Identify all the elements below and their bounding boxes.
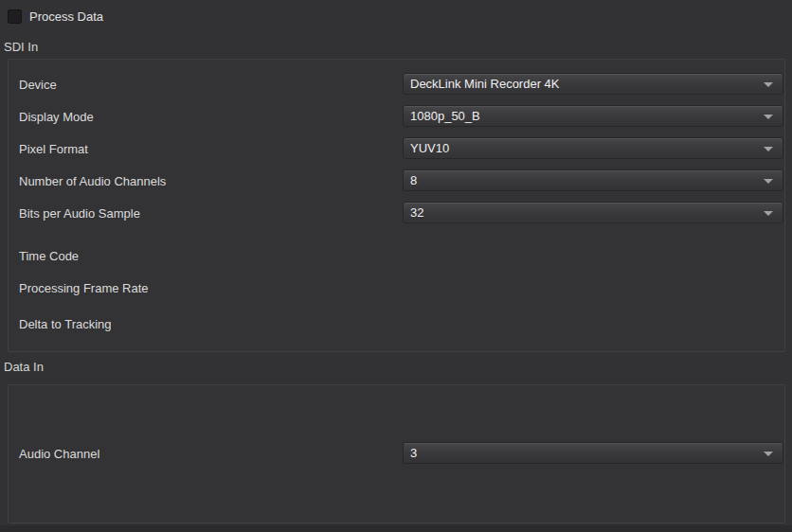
chevron-down-icon [764,82,773,87]
process-data-checkbox[interactable] [8,9,22,24]
data-in-groupbox: Audio Channel 3 [8,384,785,523]
process-data-row: Process Data [8,9,103,24]
pixel-format-dropdown[interactable]: YUV10 [403,137,783,159]
bits-per-audio-sample-label: Bits per Audio Sample [19,206,140,221]
bits-per-audio-sample-dropdown-value: 32 [410,203,423,222]
data-in-section-title: Data In [4,360,44,374]
display-mode-dropdown[interactable]: 1080p_50_B [403,105,783,127]
process-data-label: Process Data [29,9,103,24]
num-audio-channels-label: Number of Audio Channels [19,174,166,188]
display-mode-dropdown-value: 1080p_50_B [410,106,480,126]
chevron-down-icon [764,211,773,216]
sdi-in-section-title: SDI In [4,40,38,54]
processing-frame-rate-label: Processing Frame Rate [19,281,149,295]
bits-per-audio-sample-dropdown[interactable]: 32 [403,202,783,223]
num-audio-channels-dropdown[interactable]: 8 [403,169,783,191]
audio-channel-dropdown[interactable]: 3 [403,442,783,464]
audio-channel-dropdown-value: 3 [410,443,417,463]
chevron-down-icon [764,147,773,151]
device-dropdown-value: DeckLink Mini Recorder 4K [410,74,560,94]
num-audio-channels-dropdown-value: 8 [410,170,417,190]
device-dropdown[interactable]: DeckLink Mini Recorder 4K [403,73,783,95]
chevron-down-icon [764,452,773,456]
chevron-down-icon [764,115,773,119]
audio-channel-label: Audio Channel [19,447,99,461]
device-label: Device [19,78,57,92]
panel-bottom-edge [0,525,792,532]
chevron-down-icon [764,179,773,184]
settings-panel: Process Data SDI In Device DeckLink Mini… [0,0,792,532]
pixel-format-label: Pixel Format [19,142,88,156]
sdi-in-groupbox: Device DeckLink Mini Recorder 4K Display… [8,59,785,352]
pixel-format-dropdown-value: YUV10 [410,138,449,158]
time-code-label: Time Code [19,249,79,263]
display-mode-label: Display Mode [19,110,94,124]
delta-to-tracking-label: Delta to Tracking [19,317,112,331]
